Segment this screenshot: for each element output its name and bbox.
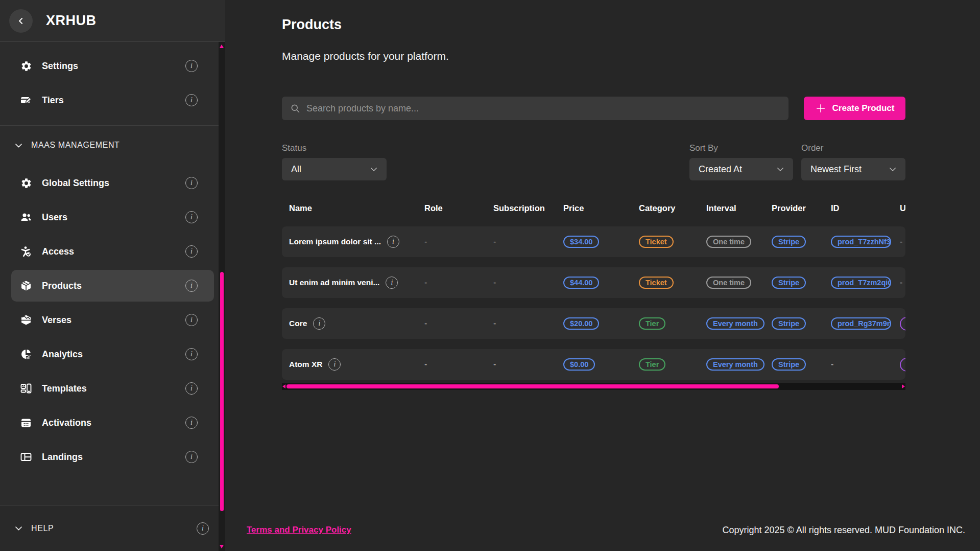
product-name: Ut enim ad minim veni...: [289, 278, 379, 287]
box-icon: [19, 280, 33, 292]
app-logo-title: XRHUB: [46, 13, 97, 29]
terms-privacy-link[interactable]: Terms and Privacy Policy: [247, 525, 351, 535]
info-icon[interactable]: i: [185, 60, 198, 72]
sidebar-item-label: Users: [42, 212, 185, 223]
column-header-updated: U: [900, 203, 905, 213]
info-icon[interactable]: i: [185, 245, 198, 258]
chevron-down-icon: [14, 523, 23, 533]
collapse-sidebar-button[interactable]: [9, 9, 33, 33]
sidebar-item-access[interactable]: Access i: [11, 236, 214, 267]
column-header-name: Name: [289, 203, 424, 213]
chevron-down-icon: [776, 165, 785, 174]
sidebar-header: XRHUB: [0, 0, 225, 42]
provider-badge: Stripe: [772, 317, 806, 330]
info-icon[interactable]: i: [185, 177, 198, 189]
section-maas-management[interactable]: MAAS MANAGEMENT: [0, 126, 225, 165]
category-badge: Ticket: [639, 277, 674, 289]
scroll-right-arrow[interactable]: [902, 384, 905, 388]
search-input[interactable]: [306, 103, 780, 114]
scroll-up-arrow[interactable]: [220, 44, 224, 48]
info-icon[interactable]: i: [313, 317, 325, 330]
price-badge: $20.00: [563, 317, 599, 330]
id-badge: prod_Rg37m9nr: [831, 317, 891, 330]
sidebar-item-global-settings[interactable]: Global Settings i: [11, 167, 214, 199]
search-box[interactable]: [282, 97, 788, 120]
chevron-left-icon: [16, 16, 26, 26]
sortby-select[interactable]: Created At: [689, 158, 793, 180]
chevron-down-icon: [14, 141, 23, 150]
info-icon[interactable]: i: [185, 314, 198, 326]
clipped-badge: [900, 358, 905, 372]
info-icon[interactable]: i: [185, 451, 198, 463]
category-badge: Tier: [639, 317, 665, 330]
info-icon[interactable]: i: [185, 382, 198, 395]
gear-icon: [19, 60, 33, 72]
sidebar-item-landings[interactable]: Landings i: [11, 441, 214, 473]
page-title: Products: [282, 17, 905, 33]
table-row[interactable]: Ut enim ad minim veni...i - - $44.00 Tic…: [282, 267, 905, 298]
sidebar-item-settings[interactable]: Settings i: [11, 50, 214, 82]
info-icon[interactable]: i: [185, 417, 198, 429]
scroll-down-arrow[interactable]: [220, 545, 224, 548]
order-filter-label: Order: [801, 143, 905, 153]
sidebar-item-verses[interactable]: Verses i: [11, 304, 214, 336]
sidebar-item-analytics[interactable]: Analytics i: [11, 338, 214, 370]
create-product-button[interactable]: Create Product: [804, 97, 905, 120]
status-select[interactable]: All: [282, 158, 387, 180]
column-header-category: Category: [639, 203, 706, 213]
section-label: MAAS MANAGEMENT: [31, 141, 209, 150]
search-icon: [290, 103, 300, 113]
section-help[interactable]: HELP i: [0, 505, 225, 551]
layout-panel-icon: [19, 451, 33, 463]
price-badge: $34.00: [563, 236, 599, 248]
plus-icon: [815, 103, 826, 114]
chevron-down-icon: [888, 165, 897, 174]
sidebar-item-label: Settings: [42, 61, 185, 72]
toolbar: Create Product: [282, 97, 905, 120]
filters-row: Status All Sort By Created At: [282, 143, 905, 180]
info-icon[interactable]: i: [185, 280, 198, 292]
info-icon[interactable]: i: [328, 358, 341, 371]
status-filter-label: Status: [282, 143, 387, 153]
sidebar-item-label: Activations: [42, 418, 185, 428]
price-badge: $44.00: [563, 277, 599, 289]
info-icon[interactable]: i: [197, 522, 209, 535]
info-icon[interactable]: i: [185, 348, 198, 360]
column-header-id: ID: [831, 203, 900, 213]
table-row[interactable]: Lorem ipsum dolor sit ...i - - $34.00 Ti…: [282, 226, 905, 257]
table-horizontal-scrollbar[interactable]: [282, 383, 905, 390]
sidebar-item-label: Tiers: [42, 95, 185, 106]
table-row[interactable]: Atom XRi - - $0.00 Tier Every month Stri…: [282, 349, 905, 380]
scroll-left-arrow[interactable]: [282, 384, 285, 388]
copyright-text: Copyright 2025 © All rights reserved. MU…: [723, 525, 965, 536]
table-scrollbar-thumb[interactable]: [286, 384, 779, 388]
card-edit-icon: [19, 94, 33, 106]
sidebar-item-activations[interactable]: Activations i: [11, 407, 214, 439]
sidebar-item-templates[interactable]: Templates i: [11, 373, 214, 404]
id-badge: prod_T7zzhNf3c: [831, 236, 891, 248]
section-label: HELP: [31, 524, 197, 533]
column-header-price: Price: [563, 203, 639, 213]
sidebar-item-products[interactable]: Products i: [11, 270, 214, 302]
sidebar-item-label: Analytics: [42, 349, 185, 360]
column-header-interval: Interval: [706, 203, 772, 213]
main-content: Products Manage products for your platfo…: [225, 0, 980, 551]
sidebar-item-tiers[interactable]: Tiers i: [11, 84, 214, 116]
info-icon[interactable]: i: [386, 277, 398, 289]
sidebar-item-label: Verses: [42, 315, 185, 326]
category-badge: Ticket: [639, 236, 674, 248]
info-icon[interactable]: i: [185, 211, 198, 223]
info-icon[interactable]: i: [185, 94, 198, 106]
sidebar-item-users[interactable]: Users i: [11, 201, 214, 233]
table-row[interactable]: Corei - - $20.00 Tier Every month Stripe…: [282, 308, 905, 339]
sidebar-scrollbar-thumb[interactable]: [220, 272, 224, 511]
info-icon[interactable]: i: [387, 236, 399, 248]
sidebar-item-label: Products: [42, 281, 185, 291]
sidebar-scrollbar[interactable]: [219, 42, 225, 551]
order-select[interactable]: Newest First: [801, 158, 905, 180]
footer: Terms and Privacy Policy Copyright 2025 …: [225, 518, 980, 551]
cube-scene-icon: [19, 314, 33, 326]
app-window: XRHUB Settings i Tiers i: [0, 0, 980, 551]
order-filter-group: Order Newest First: [801, 143, 905, 180]
interval-badge: Every month: [706, 317, 764, 330]
